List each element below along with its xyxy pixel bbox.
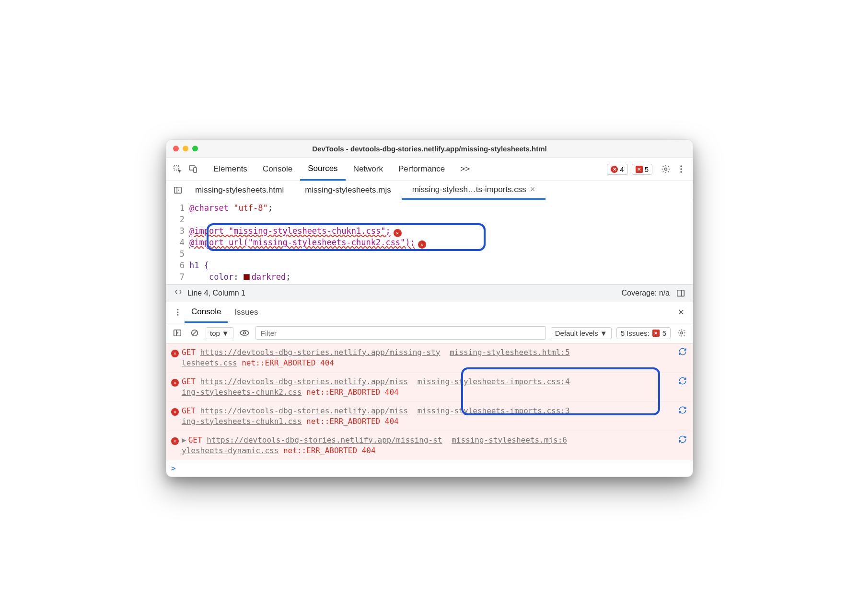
live-expression-icon[interactable] xyxy=(238,327,251,339)
request-url-link[interactable]: ing-stylesheets-chunk2.css xyxy=(182,388,302,397)
console-toolbar: top ▼ Default levels ▼ 5 Issues: ✕ 5 xyxy=(166,323,693,343)
close-icon[interactable]: × xyxy=(530,184,535,194)
device-toolbar-icon[interactable] xyxy=(186,162,200,176)
replay-xhr-icon[interactable] xyxy=(678,376,688,398)
console-error-message[interactable]: ✕GET https://devtools-dbg-stories.netlif… xyxy=(166,343,693,373)
settings-icon[interactable] xyxy=(659,162,673,176)
main-toolbar: Elements Console Sources Network Perform… xyxy=(166,158,693,181)
svg-point-12 xyxy=(177,312,179,313)
svg-point-11 xyxy=(177,309,179,310)
svg-point-5 xyxy=(680,168,682,170)
issue-icon: ✕ xyxy=(652,330,660,337)
svg-rect-9 xyxy=(677,290,684,296)
replay-xhr-icon[interactable] xyxy=(678,347,688,368)
request-url-link[interactable]: ing-stylesheets-chukn1.css xyxy=(182,417,302,426)
cursor-position: Line 4, Column 1 xyxy=(187,289,245,297)
code-line[interactable]: @import "missing-stylesheets-chukn1.css"… xyxy=(189,225,693,237)
error-icon: ✕ xyxy=(171,408,179,416)
console-settings-icon[interactable] xyxy=(675,327,688,339)
error-icon: ✕ xyxy=(611,166,618,173)
log-levels-selector[interactable]: Default levels ▼ xyxy=(551,327,612,339)
editor-statusbar: Line 4, Column 1 Coverage: n/a xyxy=(166,284,693,302)
file-tab-mjs[interactable]: missing-stylesheets.mjs xyxy=(294,181,402,200)
context-selector[interactable]: top ▼ xyxy=(206,327,233,339)
clear-console-icon[interactable] xyxy=(188,327,201,339)
error-count: 4 xyxy=(620,165,624,173)
svg-point-6 xyxy=(680,171,682,172)
console-error-message[interactable]: ✕▶GET https://devtools-dbg-stories.netli… xyxy=(166,431,693,460)
svg-rect-2 xyxy=(194,168,197,172)
source-link[interactable]: missing-stylesheets-imports.css:4 xyxy=(418,377,570,386)
source-link[interactable]: missing-stylesheets.html:5 xyxy=(450,348,569,357)
issue-count: 5 xyxy=(645,165,649,173)
console-filter-input[interactable] xyxy=(255,326,546,340)
request-url-link[interactable]: https://devtools-dbg-stories.netlify.app… xyxy=(200,377,408,386)
sidebar-toggle-icon[interactable] xyxy=(674,287,687,299)
more-icon[interactable] xyxy=(674,162,688,176)
coverage-status: Coverage: n/a xyxy=(621,289,670,297)
pretty-print-icon[interactable] xyxy=(172,287,185,299)
console-message-text: GET https://devtools-dbg-stories.netlify… xyxy=(182,347,674,368)
code-line[interactable] xyxy=(189,214,693,225)
console-messages: ✕GET https://devtools-dbg-stories.netlif… xyxy=(166,343,693,477)
file-tab-html[interactable]: missing-stylesheets.html xyxy=(185,181,294,200)
tab-sources[interactable]: Sources xyxy=(300,158,345,181)
drawer-more-icon[interactable] xyxy=(171,306,185,319)
devtools-window: DevTools - devtools-dbg-stories.netlify.… xyxy=(166,139,693,477)
panel-tabs: Elements Console Sources Network Perform… xyxy=(206,158,477,181)
console-error-message[interactable]: ✕GET https://devtools-dbg-stories.netlif… xyxy=(166,402,693,431)
tab-network[interactable]: Network xyxy=(346,158,391,181)
svg-point-13 xyxy=(177,314,179,316)
code-body[interactable]: @charset "utf-8";@import "missing-styles… xyxy=(189,200,693,284)
tab-elements[interactable]: Elements xyxy=(206,158,255,181)
replay-xhr-icon[interactable] xyxy=(678,406,688,427)
window-titlebar: DevTools - devtools-dbg-stories.netlify.… xyxy=(166,140,693,158)
tab-performance[interactable]: Performance xyxy=(391,158,453,181)
svg-point-18 xyxy=(243,332,245,334)
request-url-link[interactable]: https://devtools-dbg-stories.netlify.app… xyxy=(200,406,408,415)
code-line[interactable] xyxy=(189,248,693,260)
console-message-text: GET https://devtools-dbg-stories.netlify… xyxy=(182,406,674,427)
drawer-tab-issues[interactable]: Issues xyxy=(228,302,265,323)
source-link[interactable]: missing-stylesheets.mjs:6 xyxy=(452,435,567,445)
error-marker-icon[interactable]: ✕ xyxy=(394,229,402,237)
line-gutter: 1 2 3 4 5 6 7 xyxy=(166,200,189,284)
drawer-close-icon[interactable]: × xyxy=(674,306,688,319)
code-line[interactable]: h1 { xyxy=(189,260,693,271)
source-editor[interactable]: 1 2 3 4 5 6 7 @charset "utf-8";@import "… xyxy=(166,200,693,284)
inspect-element-icon[interactable] xyxy=(171,162,185,176)
issues-button[interactable]: 5 Issues: ✕ 5 xyxy=(616,327,671,339)
console-prompt[interactable]: > xyxy=(166,460,693,477)
navigator-toggle-icon[interactable] xyxy=(171,183,185,197)
request-url-link[interactable]: https://devtools-dbg-stories.netlify.app… xyxy=(207,435,442,445)
error-count-badge[interactable]: ✕ 4 xyxy=(607,164,627,175)
request-url-link[interactable]: ylesheets-dynamic.css xyxy=(182,446,279,455)
code-line[interactable]: @charset "utf-8"; xyxy=(189,202,693,214)
console-error-message[interactable]: ✕GET https://devtools-dbg-stories.netlif… xyxy=(166,373,693,402)
console-sidebar-toggle-icon[interactable] xyxy=(171,327,184,339)
error-icon: ✕ xyxy=(171,437,179,445)
request-url-link[interactable]: lesheets.css xyxy=(182,358,237,367)
drawer-tabs: Console Issues × xyxy=(166,302,693,323)
file-tab-css[interactable]: missing-stylesh…ts-imports.css × xyxy=(402,181,546,200)
color-swatch[interactable] xyxy=(244,274,250,280)
source-link[interactable]: missing-stylesheets-imports.css:3 xyxy=(418,406,570,415)
window-title: DevTools - devtools-dbg-stories.netlify.… xyxy=(166,145,693,153)
replay-xhr-icon[interactable] xyxy=(678,435,688,456)
tab-console[interactable]: Console xyxy=(255,158,300,181)
expand-triangle-icon[interactable]: ▶ xyxy=(182,435,186,445)
console-message-text: ▶GET https://devtools-dbg-stories.netlif… xyxy=(182,435,674,456)
code-line[interactable]: @import url("missing-stylesheets-chunk2.… xyxy=(189,237,693,248)
drawer-tab-console[interactable]: Console xyxy=(185,302,228,323)
tabs-overflow-button[interactable]: >> xyxy=(453,158,477,181)
request-url-link[interactable]: https://devtools-dbg-stories.netlify.app… xyxy=(200,348,441,357)
error-marker-icon[interactable]: ✕ xyxy=(418,240,426,249)
error-icon: ✕ xyxy=(171,379,179,387)
code-line[interactable]: color: darkred; xyxy=(189,271,693,283)
file-tabs: missing-stylesheets.html missing-stylesh… xyxy=(166,181,693,200)
issue-icon: ✕ xyxy=(636,166,643,173)
svg-line-17 xyxy=(193,331,197,335)
console-message-text: GET https://devtools-dbg-stories.netlify… xyxy=(182,376,674,398)
chevron-down-icon: ▼ xyxy=(222,329,229,337)
issue-count-badge[interactable]: ✕ 5 xyxy=(632,164,652,175)
